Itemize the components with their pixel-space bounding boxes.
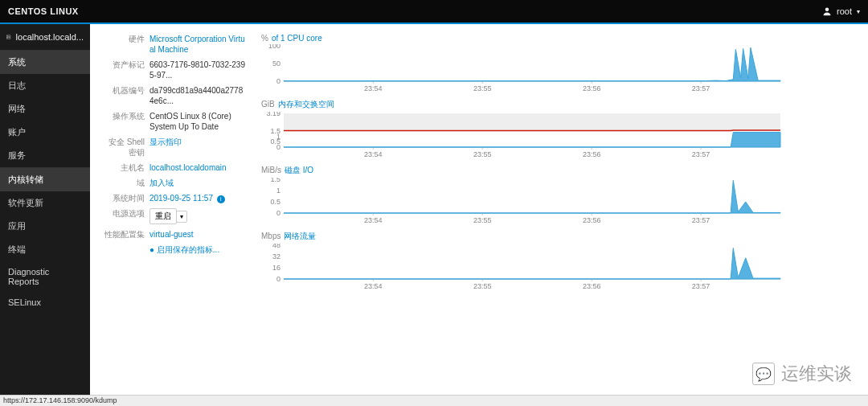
info-icon: i xyxy=(217,195,225,203)
svg-text:0.5: 0.5 xyxy=(270,198,280,206)
sidebar-item[interactable]: 应用 xyxy=(0,215,90,238)
svg-text:23:56: 23:56 xyxy=(583,84,601,92)
domain-label: 域 xyxy=(104,178,149,188)
chart-block: MiB/s磁盘 I/O00.511.523:5423:5523:5623:57 xyxy=(261,165,854,224)
sidebar-item[interactable]: 软件更新 xyxy=(0,191,90,215)
chart-unit: % xyxy=(261,34,268,43)
svg-rect-17 xyxy=(284,113,780,131)
sidebar-item[interactable]: 服务 xyxy=(0,144,90,167)
chart-block: GiB内存和交换空间00.511.53.1923:5423:5523:5623:… xyxy=(261,99,854,158)
svg-text:3.19: 3.19 xyxy=(266,112,280,117)
system-info: 硬件Microsoft Corporation Virtual Machine … xyxy=(104,34,245,297)
sidebar-item[interactable]: 账户 xyxy=(0,121,90,144)
chart-block: Mbps网络流量016324823:5423:5523:5623:57 xyxy=(261,231,854,290)
sidebar: localhost.locald... 系统日志网络账户服务 内核转储软件更新应… xyxy=(0,24,90,395)
svg-text:23:55: 23:55 xyxy=(473,84,492,92)
hardware-value[interactable]: Microsoft Corporation Virtual Machine xyxy=(149,34,245,55)
hostname-label: 主机名 xyxy=(104,162,149,173)
username: root xyxy=(837,6,852,16)
sidebar-item[interactable]: Diagnostic Reports xyxy=(0,261,90,292)
svg-text:23:57: 23:57 xyxy=(692,216,710,224)
chart-unit: GiB xyxy=(261,100,275,109)
chart-header: Mbps网络流量 xyxy=(261,231,854,242)
chart-title[interactable]: 磁盘 I/O xyxy=(285,166,313,174)
assettag-label: 资产标记 xyxy=(104,59,149,80)
os-label: 操作系统 xyxy=(104,111,149,132)
assettag-value: 6603-7176-9810-7032-2395-97... xyxy=(149,59,245,80)
svg-text:23:54: 23:54 xyxy=(364,282,383,290)
svg-text:23:55: 23:55 xyxy=(473,216,492,224)
save-metrics-link[interactable]: ● 启用保存的指标... xyxy=(149,244,219,255)
svg-text:23:54: 23:54 xyxy=(364,150,383,158)
chart-svg: 00.511.53.1923:5423:5523:5623:57 xyxy=(261,112,784,158)
chart-unit: MiB/s xyxy=(261,166,281,174)
os-value: CentOS Linux 8 (Core)System Up To Date xyxy=(149,111,231,132)
sidebar-item[interactable]: 网络 xyxy=(0,97,90,121)
perf-value[interactable]: virtual-guest xyxy=(149,229,193,240)
sidebar-item[interactable]: SELinux xyxy=(0,292,90,313)
svg-text:1.5: 1.5 xyxy=(270,127,280,135)
sidebar-host[interactable]: localhost.locald... xyxy=(0,24,90,51)
wechat-icon: 💬 xyxy=(752,363,775,385)
svg-text:23:57: 23:57 xyxy=(692,282,710,290)
watermark: 💬 运维实谈 xyxy=(752,362,852,386)
svg-text:23:55: 23:55 xyxy=(473,282,492,290)
chart-header: %of 1 CPU core xyxy=(261,34,854,43)
chart-title[interactable]: 网络流量 xyxy=(284,232,316,240)
user-menu[interactable]: root ▾ xyxy=(822,6,860,16)
chart-unit: Mbps xyxy=(261,232,280,240)
hardware-label: 硬件 xyxy=(104,34,149,55)
svg-text:23:55: 23:55 xyxy=(473,150,492,158)
reboot-dropdown[interactable]: ▾ xyxy=(176,211,187,223)
svg-text:23:56: 23:56 xyxy=(583,282,601,290)
svg-point-0 xyxy=(825,8,829,12)
svg-text:23:54: 23:54 xyxy=(364,84,383,92)
server-icon xyxy=(6,32,11,42)
hostname-value[interactable]: localhost.localdomain xyxy=(149,162,227,173)
svg-text:1.5: 1.5 xyxy=(270,178,280,183)
ssh-value[interactable]: 显示指印 xyxy=(149,137,182,158)
svg-text:23:57: 23:57 xyxy=(692,84,710,92)
domain-value[interactable]: 加入域 xyxy=(149,178,174,188)
svg-text:1: 1 xyxy=(276,187,280,195)
svg-text:23:54: 23:54 xyxy=(364,216,383,224)
sidebar-item[interactable]: 内核转储 xyxy=(0,168,90,191)
power-value: 重启▾ xyxy=(149,208,187,224)
hostname-label: localhost.locald... xyxy=(16,32,84,42)
chart-svg: 05010023:5423:5523:5623:57 xyxy=(261,44,784,92)
machineid-value: da799cd81a9a4400a27784e6c... xyxy=(149,85,245,106)
statusbar: https://172.17.146.158:9090/kdump xyxy=(0,395,868,406)
svg-text:23:56: 23:56 xyxy=(583,150,601,158)
svg-text:100: 100 xyxy=(268,44,280,50)
svg-text:0: 0 xyxy=(276,275,280,283)
app-title: CENTOS LINUX xyxy=(8,6,79,16)
status-url: https://172.17.146.158:9090/kdump xyxy=(3,396,117,404)
chart-header: MiB/s磁盘 I/O xyxy=(261,165,854,176)
chart-svg: 016324823:5423:5523:5623:57 xyxy=(261,244,784,290)
topbar: CENTOS LINUX root ▾ xyxy=(0,0,868,23)
svg-text:0: 0 xyxy=(276,77,280,85)
watermark-text: 运维实谈 xyxy=(781,362,852,386)
time-value[interactable]: 2019-09-25 11:57 i xyxy=(149,193,225,203)
chart-block: %of 1 CPU core05010023:5423:5523:5623:57 xyxy=(261,34,854,92)
chart-title[interactable]: 内存和交换空间 xyxy=(278,100,334,109)
svg-text:32: 32 xyxy=(272,252,280,260)
reboot-button[interactable]: 重启 xyxy=(149,208,177,224)
chart-header: GiB内存和交换空间 xyxy=(261,99,854,110)
charts: %of 1 CPU core05010023:5423:5523:5623:57… xyxy=(261,34,854,297)
svg-text:23:56: 23:56 xyxy=(583,216,601,224)
svg-text:23:57: 23:57 xyxy=(692,150,710,158)
perf-label: 性能配置集 xyxy=(104,229,149,240)
sidebar-item[interactable]: 系统 xyxy=(0,51,90,74)
svg-text:50: 50 xyxy=(272,59,280,68)
time-label: 系统时间 xyxy=(104,193,149,203)
svg-text:16: 16 xyxy=(272,264,280,272)
machineid-label: 机器编号 xyxy=(104,85,149,106)
caret-down-icon: ▾ xyxy=(857,8,860,15)
chart-svg: 00.511.523:5423:5523:5623:57 xyxy=(261,178,784,224)
chart-title[interactable]: of 1 CPU core xyxy=(272,34,322,43)
sidebar-item[interactable]: 终端 xyxy=(0,238,90,261)
ssh-label: 安全 Shell 密钥 xyxy=(104,137,149,158)
content: 硬件Microsoft Corporation Virtual Machine … xyxy=(90,24,868,395)
sidebar-item[interactable]: 日志 xyxy=(0,74,90,97)
